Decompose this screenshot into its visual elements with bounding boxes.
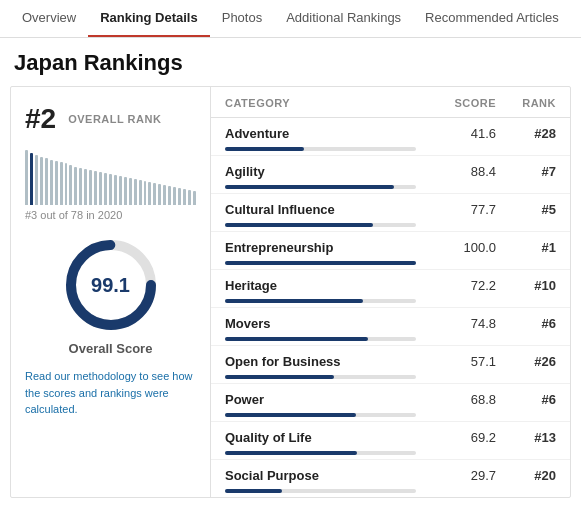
progress-bar (225, 489, 416, 493)
category-name: Entrepreneurship (225, 240, 416, 255)
score-value: 77.7 (416, 202, 496, 227)
methodology-link[interactable]: Read our methodology to see how the scor… (25, 368, 196, 418)
progress-bar (225, 147, 416, 151)
bar-25 (148, 182, 151, 205)
bar-8 (65, 163, 68, 205)
rank-value: #1 (496, 240, 556, 265)
progress-bar (225, 299, 416, 303)
category-name: Quality of Life (225, 430, 416, 445)
progress-bar (225, 223, 416, 227)
table-row: Social Purpose29.7#20 (211, 460, 570, 497)
category-cell-4: Heritage (225, 278, 416, 303)
bar-6 (55, 161, 58, 205)
bar-3 (40, 157, 43, 205)
progress-bar (225, 413, 416, 417)
score-value: 88.4 (416, 164, 496, 189)
progress-fill (225, 299, 363, 303)
category-cell-2: Cultural Influence (225, 202, 416, 227)
progress-fill (225, 413, 356, 417)
nav-overview[interactable]: Overview (10, 0, 88, 37)
bar-23 (139, 180, 142, 205)
category-cell-0: Adventure (225, 126, 416, 151)
category-name: Social Purpose (225, 468, 416, 483)
score-value: 57.1 (416, 354, 496, 379)
bar-24 (144, 181, 147, 205)
bar-9 (69, 165, 72, 205)
progress-bar (225, 261, 416, 265)
rank-label: OVERALL RANK (68, 113, 161, 125)
bar-29 (168, 186, 171, 205)
bar-34 (193, 191, 196, 205)
rank-value: #6 (496, 392, 556, 417)
category-table: Adventure41.6#28Agility88.4#7Cultural In… (211, 118, 570, 497)
bar-28 (163, 185, 166, 205)
progress-bar (225, 375, 416, 379)
donut-chart: 99.1 (61, 235, 161, 335)
progress-fill (225, 337, 368, 341)
score-value: 68.8 (416, 392, 496, 417)
table-row: Heritage72.2#10 (211, 270, 570, 308)
overall-rank-section: #2 OVERALL RANK (25, 103, 196, 135)
progress-fill (225, 375, 334, 379)
category-name: Cultural Influence (225, 202, 416, 217)
progress-bar (225, 337, 416, 341)
bar-21 (129, 178, 132, 205)
table-row: Open for Business57.1#26 (211, 346, 570, 384)
bar-22 (134, 179, 137, 205)
col-header-category: CATEGORY (225, 97, 416, 109)
progress-fill (225, 185, 394, 189)
donut-score: 99.1 (91, 274, 130, 297)
bar-33 (188, 190, 191, 205)
category-cell-7: Power (225, 392, 416, 417)
nav-ranking-details[interactable]: Ranking Details (88, 0, 210, 37)
score-value: 72.2 (416, 278, 496, 303)
bar-27 (158, 184, 161, 205)
progress-fill (225, 489, 282, 493)
table-row: Adventure41.6#28 (211, 118, 570, 156)
donut-chart-section: 99.1 Overall Score (25, 235, 196, 356)
category-cell-6: Open for Business (225, 354, 416, 379)
nav-recommended-articles[interactable]: Recommended Articles (413, 0, 571, 37)
score-value: 69.2 (416, 430, 496, 455)
bar-10 (74, 167, 77, 205)
bar-0 (25, 150, 28, 205)
bar-2 (35, 155, 38, 205)
bar-13 (89, 170, 92, 205)
main-content: #2 OVERALL RANK #3 out of 78 in 2020 99.… (10, 86, 571, 498)
col-header-rank: RANK (496, 97, 556, 109)
progress-fill (225, 147, 304, 151)
category-name: Power (225, 392, 416, 407)
rank-value: #28 (496, 126, 556, 151)
score-value: 41.6 (416, 126, 496, 151)
bar-chart (25, 145, 196, 205)
rank-value: #6 (496, 316, 556, 341)
table-row: Quality of Life69.2#13 (211, 422, 570, 460)
rank-value: #20 (496, 468, 556, 493)
bar-12 (84, 169, 87, 205)
nav-additional-rankings[interactable]: Additional Rankings (274, 0, 413, 37)
table-row: Entrepreneurship100.0#1 (211, 232, 570, 270)
table-row: Cultural Influence77.7#5 (211, 194, 570, 232)
bar-20 (124, 177, 127, 205)
bar-1 (30, 153, 33, 205)
page-title: Japan Rankings (0, 38, 581, 86)
rank-sub-label: #3 out of 78 in 2020 (25, 209, 196, 221)
progress-fill (225, 451, 357, 455)
nav-photos[interactable]: Photos (210, 0, 274, 37)
rank-value: #26 (496, 354, 556, 379)
category-name: Open for Business (225, 354, 416, 369)
category-name: Agility (225, 164, 416, 179)
bar-15 (99, 172, 102, 205)
bar-30 (173, 187, 176, 205)
bar-26 (153, 183, 156, 205)
bar-18 (114, 175, 117, 205)
bar-4 (45, 158, 48, 205)
left-panel: #2 OVERALL RANK #3 out of 78 in 2020 99.… (11, 87, 211, 497)
rank-value: #5 (496, 202, 556, 227)
category-cell-1: Agility (225, 164, 416, 189)
progress-bar (225, 451, 416, 455)
score-value: 100.0 (416, 240, 496, 265)
score-value: 29.7 (416, 468, 496, 493)
category-name: Heritage (225, 278, 416, 293)
rank-value: #13 (496, 430, 556, 455)
